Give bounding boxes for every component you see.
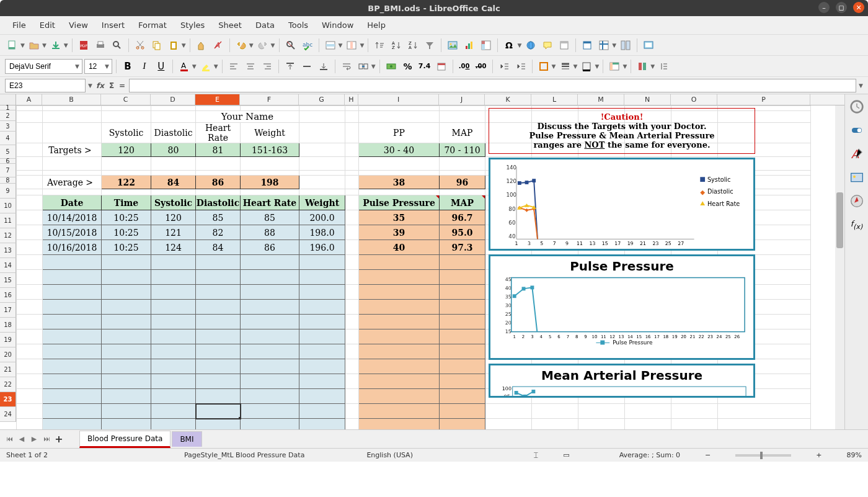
underline-icon[interactable]: U: [154, 59, 169, 74]
del-decimal-icon[interactable]: .00: [474, 59, 489, 74]
status-insert-icon[interactable]: ⌶: [534, 451, 538, 459]
italic-icon[interactable]: I: [137, 59, 152, 74]
tab-bmi[interactable]: BMI: [172, 431, 202, 447]
add-decimal-icon[interactable]: .00: [457, 59, 472, 74]
border-color-icon[interactable]: [579, 59, 594, 74]
menu-view[interactable]: View: [63, 19, 94, 32]
indent-dec-icon[interactable]: [497, 59, 512, 74]
indent-inc-icon[interactable]: [513, 59, 528, 74]
menu-format[interactable]: Format: [132, 19, 173, 32]
zoom-out-icon[interactable]: −: [705, 451, 711, 459]
tab-blood-pressure[interactable]: Blood Pressure Data: [79, 431, 170, 448]
special-char-icon[interactable]: Ω: [502, 38, 516, 53]
menu-edit[interactable]: Edit: [33, 19, 61, 32]
column-icon[interactable]: [344, 38, 359, 53]
last-icon[interactable]: [657, 59, 671, 74]
save-icon[interactable]: [48, 38, 63, 53]
clone-format-icon[interactable]: [194, 38, 209, 53]
clear-format-icon[interactable]: A: [211, 38, 226, 53]
menu-sheet[interactable]: Sheet: [212, 19, 248, 32]
autofilter-icon[interactable]: [422, 38, 437, 53]
sort-desc-icon[interactable]: AZ: [389, 38, 404, 53]
next-tab-icon[interactable]: ▶: [29, 434, 40, 445]
menu-data[interactable]: Data: [249, 19, 281, 32]
status-selection-icon[interactable]: ▭: [563, 451, 569, 459]
sort-za-icon[interactable]: ZA: [405, 38, 420, 53]
highlight-icon[interactable]: [198, 59, 213, 74]
headers-icon[interactable]: [557, 38, 572, 53]
merge-icon[interactable]: [356, 59, 371, 74]
wrap-icon[interactable]: [339, 59, 354, 74]
date-icon[interactable]: [434, 59, 449, 74]
valign-mid-icon[interactable]: [299, 59, 314, 74]
functions-icon[interactable]: f(x): [849, 217, 864, 232]
menu-file[interactable]: File: [6, 19, 32, 32]
define-print-icon[interactable]: [580, 38, 595, 53]
styles-icon[interactable]: A: [849, 146, 864, 161]
menu-window[interactable]: Window: [316, 19, 360, 32]
sort-asc-icon[interactable]: [372, 38, 387, 53]
number-icon[interactable]: 7.4: [417, 59, 432, 74]
redo-icon[interactable]: [255, 38, 270, 53]
column-headers[interactable]: ABCDEFGHIJKLMNOP: [0, 94, 844, 105]
formula-input[interactable]: [129, 79, 856, 92]
new-icon[interactable]: [5, 38, 20, 53]
font-color-icon[interactable]: A: [177, 59, 192, 74]
hyperlink-icon[interactable]: [523, 38, 538, 53]
first-tab-icon[interactable]: ⏮: [4, 434, 15, 445]
bold-icon[interactable]: B: [120, 59, 135, 74]
maximize-button[interactable]: ◻: [836, 2, 847, 13]
freeze-icon[interactable]: [596, 38, 611, 53]
cond-format-icon[interactable]: [635, 59, 650, 74]
zoom-slider[interactable]: [735, 454, 791, 457]
view-icon[interactable]: [641, 38, 656, 53]
row-headers[interactable]: 123456789101112131415161718192021222324: [0, 105, 16, 422]
print-preview-icon[interactable]: [110, 38, 125, 53]
find-icon[interactable]: [283, 38, 298, 53]
close-button[interactable]: ✕: [853, 2, 864, 13]
percent-icon[interactable]: %: [401, 59, 415, 74]
borders-icon[interactable]: [536, 59, 551, 74]
last-tab-icon[interactable]: ⏭: [41, 434, 52, 445]
menu-insert[interactable]: Insert: [95, 19, 131, 32]
font-size-input[interactable]: ▼: [84, 59, 112, 74]
align-left-icon[interactable]: [226, 59, 241, 74]
undo-icon[interactable]: [234, 38, 249, 53]
menu-tools[interactable]: Tools: [282, 19, 314, 32]
border-style-icon[interactable]: [558, 59, 573, 74]
copy-icon[interactable]: [149, 38, 164, 53]
print-icon[interactable]: [93, 38, 108, 53]
paste-icon[interactable]: [166, 38, 181, 53]
chart-map[interactable]: Mean Arterial Pressure 10095: [489, 364, 755, 398]
cell-reference-input[interactable]: [5, 79, 86, 92]
comment-icon[interactable]: [540, 38, 555, 53]
equals-icon[interactable]: =: [119, 81, 125, 90]
chart-pulse-pressure[interactable]: Pulse Pressure 45403530252015 1234567891…: [489, 254, 755, 360]
chart-icon[interactable]: [462, 38, 477, 53]
valign-top-icon[interactable]: [283, 59, 298, 74]
sum-icon[interactable]: Σ: [109, 81, 114, 90]
open-icon[interactable]: [27, 38, 42, 53]
currency-icon[interactable]: [384, 59, 399, 74]
split-icon[interactable]: [618, 38, 633, 53]
align-right-icon[interactable]: [260, 59, 275, 74]
autoformat-icon[interactable]: [607, 59, 622, 74]
minimize-button[interactable]: –: [818, 2, 830, 13]
fx-icon[interactable]: fx: [96, 81, 104, 90]
menu-help[interactable]: Help: [361, 19, 392, 32]
cut-icon[interactable]: [133, 38, 148, 53]
valign-bot-icon[interactable]: [316, 59, 331, 74]
vertical-scrollbar[interactable]: [835, 105, 844, 429]
zoom-in-icon[interactable]: +: [816, 451, 822, 459]
pdf-icon[interactable]: PDF: [76, 38, 91, 53]
align-center-icon[interactable]: [243, 59, 258, 74]
menu-styles[interactable]: Styles: [174, 19, 211, 32]
gallery-icon[interactable]: [849, 170, 864, 185]
add-tab-icon[interactable]: +: [53, 434, 64, 445]
image-icon[interactable]: [445, 38, 460, 53]
navigator-icon[interactable]: [849, 194, 864, 208]
slider-icon[interactable]: [849, 123, 864, 138]
pivot-icon[interactable]: [479, 38, 494, 53]
chart-vitals[interactable]: 140120100806040 13579111315171921232527 …: [489, 158, 755, 251]
spreadsheet-area[interactable]: ABCDEFGHIJKLMNOP 12345678910111213141516…: [0, 94, 844, 429]
